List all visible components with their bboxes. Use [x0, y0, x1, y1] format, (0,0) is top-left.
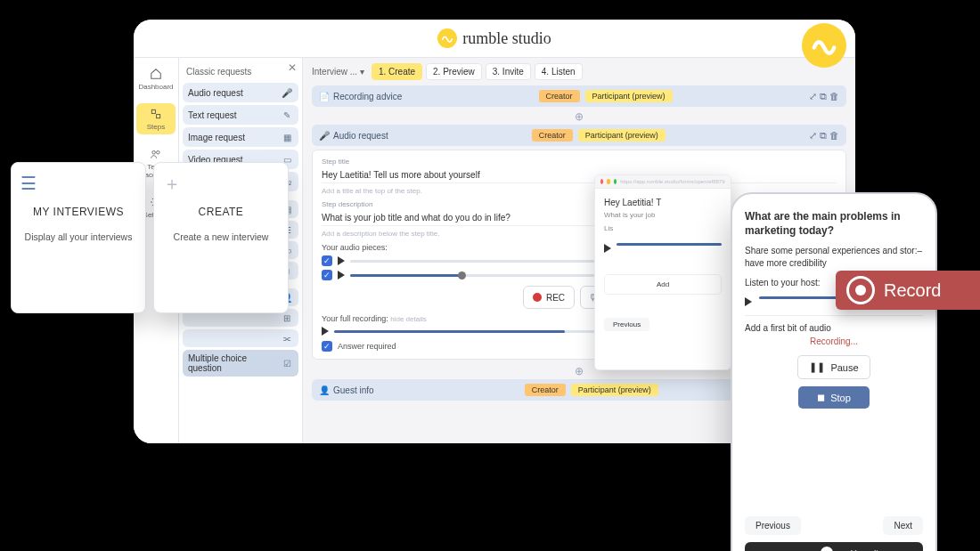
rec-label: REC: [546, 293, 565, 303]
panel-title: Classic requests: [183, 61, 298, 80]
card-title: MY INTERVIEWS: [20, 206, 136, 218]
phone-preview: What are the main problems in marketing …: [731, 192, 937, 551]
url: https://app.rumble.studio/forms/open/ef8…: [620, 179, 725, 184]
block-audio-request[interactable]: 🎤Audio request Creator Participant (prev…: [312, 125, 846, 146]
brand: rumble studio: [437, 28, 551, 48]
brand-glyph-icon: [437, 28, 457, 48]
pill-participant: Participant (preview): [578, 129, 666, 142]
record-dot-icon: [533, 293, 542, 302]
checkbox-answer-required[interactable]: ✓: [322, 341, 332, 352]
block-title: Audio request: [333, 131, 388, 141]
mini-previous-button[interactable]: Previous: [604, 318, 649, 331]
note-icon: 📄: [319, 92, 330, 101]
req-image[interactable]: Image request▦: [183, 127, 298, 147]
steps-row: Interview ... ▾ 1. Create 2. Preview 3. …: [312, 63, 846, 80]
pause-icon: ❚❚: [809, 361, 825, 373]
rec-button[interactable]: REC: [523, 286, 575, 309]
text-icon: ✎: [281, 109, 293, 121]
pause-button[interactable]: ❚❚Pause: [797, 355, 870, 379]
svg-rect-1: [157, 115, 160, 118]
image-icon: ▦: [281, 131, 293, 143]
step-invite[interactable]: 3. Invite: [486, 63, 531, 80]
audio-track[interactable]: [617, 243, 722, 246]
phone-add-label: Add a first bit of audio: [745, 323, 923, 333]
play-icon[interactable]: [604, 244, 611, 253]
hide-details-link[interactable]: hide details: [390, 315, 426, 323]
pause-label: Pause: [830, 362, 858, 373]
rail-dashboard[interactable]: Dashboard: [136, 63, 176, 94]
play-icon[interactable]: [338, 271, 345, 280]
mini-question: Hey Laetitia! T: [604, 198, 722, 207]
powered-by: powered by rumble studio: [745, 542, 923, 551]
req-audio[interactable]: Audio request🎤: [183, 83, 298, 102]
record-banner[interactable]: Record: [836, 271, 980, 310]
answer-required-label: Answer required: [338, 342, 396, 351]
mini-subtitle: What is your job: [604, 211, 722, 219]
checkbox[interactable]: ✓: [322, 255, 332, 266]
svg-point-3: [157, 151, 160, 155]
stop-icon: ◼: [817, 392, 825, 403]
stop-button[interactable]: ◼Stop: [798, 386, 870, 409]
rail-label: Steps: [147, 123, 165, 131]
rail-label: Dashboard: [138, 83, 173, 91]
audio-icon: 🎤: [319, 131, 330, 141]
brand-name: rumble studio: [462, 29, 551, 48]
svg-rect-0: [151, 109, 155, 113]
steps-icon: [149, 107, 163, 121]
card-my-interviews[interactable]: ☰ MY INTERVIEWS Display all your intervi…: [11, 162, 146, 313]
traffic-yellow-icon: [607, 179, 609, 184]
pill-creator: Creator: [525, 384, 566, 396]
phone-subtitle: Share some personal experiences and stor…: [745, 245, 923, 269]
block-tools[interactable]: ⤢ ⧉ 🗑: [809, 130, 839, 142]
add-step-icon[interactable]: ⊕: [312, 110, 846, 125]
rail-steps[interactable]: Steps: [136, 103, 176, 134]
card-create[interactable]: ＋ CREATE Create a new interview: [153, 162, 289, 313]
card-desc: Create a new interview: [163, 231, 279, 244]
step-preview[interactable]: 2. Preview: [426, 63, 482, 80]
next-button[interactable]: Next: [883, 516, 923, 535]
play-icon[interactable]: [322, 327, 329, 336]
interview-dropdown[interactable]: Interview ... ▾: [312, 67, 364, 77]
record-label: Record: [884, 280, 941, 301]
brand-glyph-icon: [821, 547, 833, 551]
plus-icon: ＋: [163, 174, 279, 193]
home-icon: [149, 67, 163, 81]
req-text[interactable]: Text request✎: [183, 105, 298, 125]
pill-participant: Participant (preview): [585, 90, 673, 102]
field-label: Step title: [322, 158, 837, 166]
req-extra-7[interactable]: ⫘: [183, 329, 298, 347]
mini-add[interactable]: Add: [604, 274, 722, 295]
req-mcq[interactable]: Multiple choice question☑: [183, 350, 298, 377]
req-label: Multiple choice question: [188, 353, 281, 373]
previous-button[interactable]: Previous: [745, 516, 801, 535]
close-icon[interactable]: ✕: [288, 61, 297, 74]
step-create[interactable]: 1. Create: [372, 63, 422, 80]
block-recording-advice[interactable]: 📄Recording advice Creator Participant (p…: [312, 85, 846, 107]
step-title-input[interactable]: Hey Laetitia! Tell us more about yoursel…: [322, 167, 837, 183]
team-icon: [149, 147, 163, 161]
req-label: Audio request: [188, 88, 243, 98]
req-label: Text request: [188, 110, 236, 120]
checkbox[interactable]: ✓: [322, 270, 332, 280]
traffic-green-icon: [614, 179, 617, 184]
mini-listen: Lis: [604, 224, 722, 232]
play-icon[interactable]: [338, 256, 345, 265]
pill-participant: Participant (preview): [571, 384, 658, 396]
record-ring-icon: [846, 276, 875, 304]
browser-chrome: https://app.rumble.studio/forms/open/ef8…: [595, 175, 731, 189]
play-icon[interactable]: [745, 297, 752, 306]
brand-logo-icon: [802, 23, 846, 68]
block-title: Recording advice: [333, 92, 402, 101]
share-icon: ⫘: [281, 332, 293, 344]
audio-icon: 🎤: [281, 86, 293, 99]
grid-icon: ⊞: [281, 312, 293, 324]
block-tools[interactable]: ⤢ ⧉ 🗑: [809, 91, 839, 102]
person-icon: 👤: [319, 385, 330, 395]
preview-browser: https://app.rumble.studio/forms/open/ef8…: [594, 174, 731, 370]
block-title: Guest info: [333, 385, 374, 395]
svg-point-2: [152, 151, 156, 155]
card-desc: Display all your interviews: [20, 231, 136, 244]
list-icon: ☑: [281, 357, 293, 369]
step-listen[interactable]: 4. Listen: [535, 63, 583, 80]
pill-creator: Creator: [539, 90, 580, 102]
